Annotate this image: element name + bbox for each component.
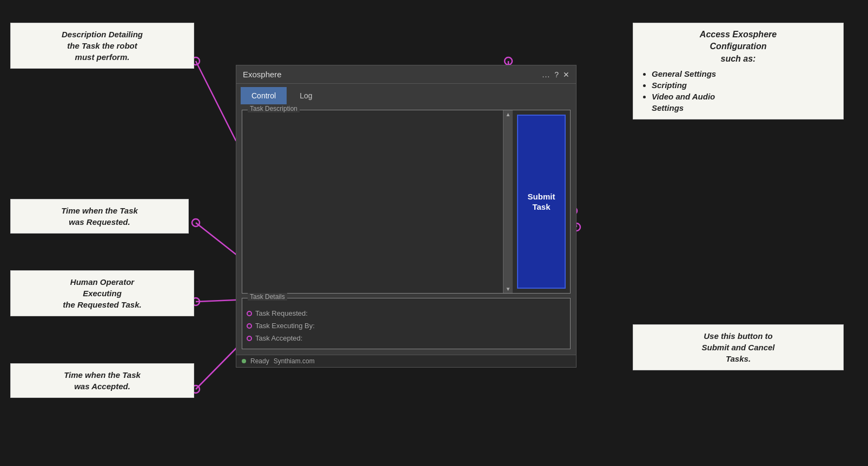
task-details-section: Task Details Task Requested: Task Execut…: [242, 298, 571, 349]
annotation-access-title: Access ExosphereConfigurationsuch as:: [641, 29, 836, 65]
annotation-human-operator: Human OperatorExecutingthe Requested Tas…: [10, 270, 194, 316]
task-description-textarea[interactable]: [242, 110, 503, 293]
more-button[interactable]: ...: [542, 70, 551, 79]
annotation-time-accepted: Time when the Taskwas Accepted.: [10, 363, 194, 398]
annotation-description-detailing: Description Detailingthe Task the robotm…: [10, 23, 194, 69]
task-requested-row: Task Requested:: [247, 307, 566, 319]
help-button[interactable]: ?: [554, 70, 559, 79]
annotation-general-settings: General Settings: [652, 68, 836, 79]
annotation-submit-cancel: Use this button toSubmit and CancelTasks…: [633, 324, 844, 370]
svg-point-4: [192, 219, 200, 227]
scroll-down-arrow[interactable]: ▼: [506, 286, 511, 292]
task-requested-dot: [247, 311, 252, 316]
scrollbar: ▲ ▼: [503, 110, 513, 293]
tab-log[interactable]: Log: [289, 87, 323, 104]
task-description-section: Task Description ▲ ▼ SubmitTask: [242, 110, 571, 294]
status-indicator: [242, 359, 246, 363]
annotation-description-text: Description Detailingthe Task the robotm…: [62, 30, 143, 62]
window-title: Exosphere: [243, 70, 282, 79]
annotation-time-requested-text: Time when the Taskwas Requested.: [61, 206, 138, 227]
task-executing-row: Task Executing By:: [247, 319, 566, 332]
task-details-label: Task Details: [248, 293, 287, 301]
task-executing-dot: [247, 323, 252, 329]
annotation-scripting: Scripting: [652, 79, 836, 91]
annotation-access-exosphere: Access ExosphereConfigurationsuch as: Ge…: [633, 23, 844, 119]
exosphere-window: Exosphere ... ? ✕ Control Log Task Descr…: [236, 65, 577, 368]
window-titlebar: Exosphere ... ? ✕: [236, 65, 576, 84]
annotation-time-accepted-text: Time when the Taskwas Accepted.: [64, 370, 141, 391]
window-body: Task Description ▲ ▼ SubmitTask Task Det…: [236, 104, 576, 355]
submit-task-button[interactable]: SubmitTask: [517, 115, 566, 289]
annotation-submit-cancel-text: Use this button toSubmit and CancelTasks…: [701, 331, 774, 363]
annotation-time-requested: Time when the Taskwas Requested.: [10, 199, 189, 234]
close-button[interactable]: ✕: [563, 70, 569, 79]
tab-bar: Control Log: [236, 84, 576, 104]
task-executing-label: Task Executing By:: [255, 322, 315, 330]
task-description-content: ▲ ▼ SubmitTask: [242, 110, 570, 293]
task-accepted-label: Task Accepted:: [255, 334, 302, 342]
status-text: Ready: [250, 357, 269, 365]
annotation-video-audio: Video and AudioSettings: [652, 91, 836, 114]
task-accepted-dot: [247, 336, 252, 341]
task-requested-label: Task Requested:: [255, 309, 308, 317]
annotation-human-operator-text: Human OperatorExecutingthe Requested Tas…: [63, 277, 141, 309]
svg-point-2: [505, 57, 512, 65]
status-bar: Ready Synthiam.com: [236, 355, 576, 367]
task-accepted-row: Task Accepted:: [247, 332, 566, 344]
window-controls: ... ? ✕: [542, 70, 569, 79]
tab-control[interactable]: Control: [241, 87, 287, 104]
task-description-label: Task Description: [248, 105, 300, 112]
status-url: Synthiam.com: [274, 357, 315, 365]
scroll-up-arrow[interactable]: ▲: [506, 111, 511, 117]
